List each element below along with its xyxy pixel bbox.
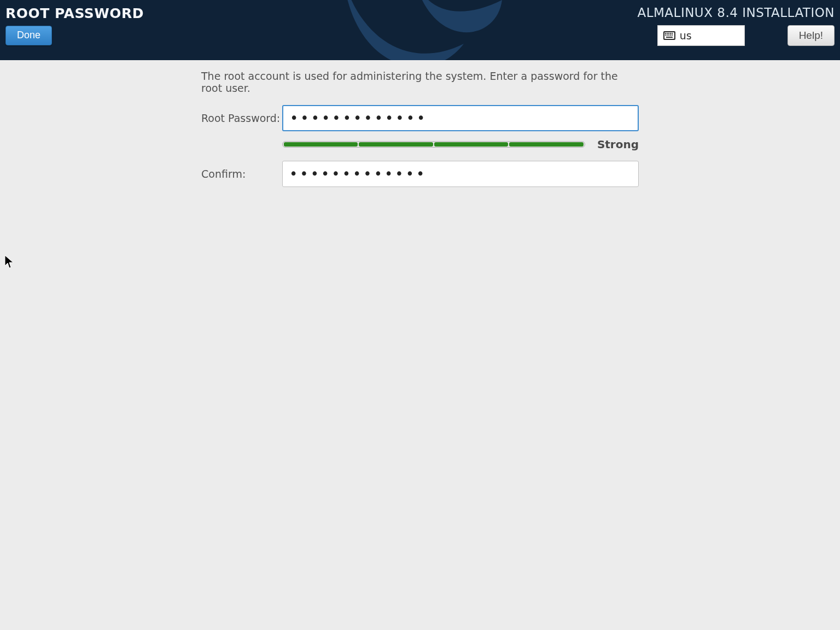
svg-rect-6	[672, 33, 673, 34]
cursor-icon	[4, 255, 14, 271]
main-area: The root account is used for administeri…	[0, 60, 840, 187]
svg-rect-11	[672, 34, 673, 36]
svg-rect-7	[665, 34, 666, 36]
password-strength-meter: Strong	[282, 138, 639, 151]
installer-title: ALMALINUX 8.4 INSTALLATION	[637, 5, 835, 20]
svg-rect-12	[666, 37, 673, 38]
keyboard-layout-indicator[interactable]: us	[657, 25, 745, 46]
svg-rect-9	[668, 34, 669, 36]
svg-rect-4	[668, 33, 669, 34]
svg-rect-3	[667, 33, 668, 34]
strength-label: Strong	[597, 138, 639, 151]
strength-seg	[284, 142, 358, 147]
keyboard-icon	[663, 31, 675, 40]
keyboard-layout-label: us	[680, 30, 692, 42]
svg-rect-5	[670, 33, 671, 34]
strength-seg	[509, 142, 583, 147]
header-bar: ROOT PASSWORD Done ALMALINUX 8.4 INSTALL…	[0, 0, 840, 60]
confirm-password-label: Confirm:	[201, 168, 282, 180]
done-button[interactable]: Done	[5, 26, 52, 45]
svg-rect-2	[665, 33, 666, 34]
root-password-input[interactable]	[282, 105, 639, 131]
help-button[interactable]: Help!	[788, 25, 835, 46]
brand-swirl	[322, 0, 518, 60]
root-password-label: Root Password:	[201, 112, 282, 124]
page-title: ROOT PASSWORD	[5, 5, 144, 21]
description-text: The root account is used for administeri…	[201, 70, 639, 94]
svg-rect-8	[667, 34, 668, 36]
confirm-password-input[interactable]	[282, 161, 639, 187]
strength-seg	[359, 142, 433, 147]
strength-seg	[434, 142, 508, 147]
strength-track	[282, 141, 585, 148]
svg-rect-10	[670, 34, 671, 36]
